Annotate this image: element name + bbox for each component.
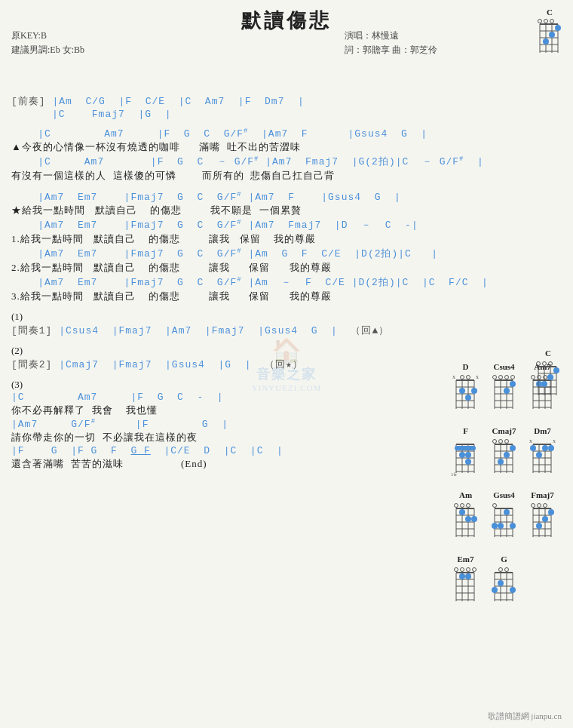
svg-point-175 (498, 580, 504, 586)
svg-point-11 (550, 20, 554, 23)
svg-point-29 (465, 395, 471, 401)
page-title: 默讀傷悲 (11, 8, 562, 34)
chord-am-diag: Am (449, 490, 483, 545)
chord-c-tr-grid (532, 359, 564, 398)
svg-point-28 (459, 388, 465, 394)
svg-point-14 (543, 38, 549, 45)
prelude-chords-2: |C Fmaj7 |G | (11, 109, 562, 120)
chord-fmaj7-grid (527, 501, 559, 542)
svg-point-172 (498, 568, 502, 572)
svg-point-117 (465, 516, 471, 522)
svg-point-9 (538, 20, 542, 23)
svg-text:x: x (476, 373, 479, 380)
suggest-info: 建議男調:Eb 女:Bb (11, 43, 84, 57)
v1-chords-2: |C Am7 |F G C － G/F# |Am7 Fmaj7 |G(2拍)|C… (11, 155, 562, 168)
svg-point-45 (504, 388, 510, 394)
chord-d-diag: D x x (449, 362, 483, 417)
chorus-lyrics-1: ★給我一點時間 默讀自己 的傷悲 我不願是 一個累贅 (11, 204, 562, 217)
svg-point-26 (460, 376, 464, 379)
svg-point-113 (454, 504, 458, 508)
chord-c-label: C (534, 8, 565, 17)
svg-point-12 (555, 25, 561, 31)
section-1: (1) [間奏1] |Csus4 |Fmaj7 |Am7 |Fmaj7 |Gsu… (11, 311, 562, 337)
svg-point-70 (459, 452, 465, 458)
v1-lyrics-1: ▲今夜的心情像一杯沒有燒透的咖啡 滿嘴 吐不出的苦澀味 (11, 140, 562, 154)
verse-block-1: |C Am7 |F G C G/F# |Am7 F |Gsus4 G | ▲今夜… (11, 127, 562, 183)
page: 默讀傷悲 原KEY:B 建議男調:Eb 女:Bb 演唱：林慢遠 詞：郭贍享 曲：… (0, 0, 573, 728)
svg-point-142 (531, 504, 535, 508)
chord-dm7-grid: x x (527, 437, 559, 478)
chord-csus4-grid (489, 373, 520, 414)
svg-point-129 (492, 523, 498, 529)
lyricist-label: 詞：郭贍享 曲：郭芝伶 (345, 43, 437, 57)
svg-point-101 (536, 452, 542, 458)
chord-row-2: F 1fr (449, 426, 565, 481)
svg-point-100 (530, 445, 536, 451)
section2-label-line: (2) (11, 345, 562, 357)
chord-c-grid (534, 18, 565, 56)
svg-point-88 (498, 459, 504, 465)
chorus-lyrics-3: 2.給我一點時間 默讀自己 的傷悲 讓我 保留 我的尊嚴 (11, 261, 562, 275)
chord-gsus4-grid (489, 501, 520, 542)
chord-em7-grid (450, 565, 482, 607)
svg-point-147 (536, 523, 542, 529)
chord-d-grid: x x (450, 373, 482, 414)
svg-point-189 (553, 367, 559, 373)
chord-g-diag: G (487, 554, 521, 610)
svg-point-158 (460, 568, 464, 572)
svg-point-157 (454, 568, 458, 572)
svg-point-162 (465, 573, 471, 579)
chorus-lyrics-2: 1.給我一點時間 默讀自己 的傷悲 讓我 保留 我的尊嚴 (11, 232, 562, 246)
chord-c-tr-label: C (532, 349, 564, 358)
chorus-block: |Am7 Em7 |Fmaj7 G C G/F# |Am7 F |Gsus4 G… (11, 190, 562, 303)
svg-point-160 (472, 568, 476, 572)
chord-f-grid: 1fr (450, 437, 482, 478)
svg-point-187 (543, 362, 547, 366)
svg-text:x: x (452, 373, 455, 380)
svg-point-13 (549, 32, 555, 38)
svg-text:1fr: 1fr (451, 472, 458, 478)
chord-g-grid (489, 565, 520, 607)
chorus-chords-4: |Am7 Em7 |Fmaj7 G C G/F# |Am － F C/E |D(… (11, 275, 562, 289)
svg-point-174 (492, 587, 498, 593)
chord-cmaj7-grid (489, 437, 520, 478)
svg-point-86 (510, 445, 516, 451)
chord-am-grid (450, 501, 482, 542)
svg-point-114 (460, 504, 464, 508)
chord-fmaj7-diag: Fmaj7 (526, 490, 559, 545)
chord-gsus4-diag: Gsus4 (487, 490, 521, 545)
svg-point-161 (459, 573, 465, 579)
chord-f-diag: F 1fr (449, 426, 483, 481)
svg-point-44 (510, 381, 516, 387)
svg-point-40 (492, 376, 496, 379)
header: 默讀傷悲 (11, 8, 562, 34)
chord-row-3: Am (449, 490, 565, 545)
key-info: 原KEY:B (11, 29, 84, 43)
svg-point-72 (465, 459, 471, 465)
svg-point-83 (492, 440, 496, 444)
singer-label: 演唱：林慢遠 (345, 29, 437, 43)
svg-point-188 (549, 362, 553, 366)
svg-rect-69 (455, 446, 476, 450)
chord-cmaj7-diag: Cmaj7 (487, 426, 521, 481)
prelude-section: [前奏] |Am C/G |F C/E |C Am7 |F Dm7 | |C F… (11, 94, 562, 120)
chord-em7-diag: Em7 (449, 554, 483, 610)
svg-point-85 (504, 440, 508, 444)
svg-point-128 (492, 504, 496, 508)
svg-point-42 (504, 376, 508, 379)
svg-point-144 (543, 504, 547, 508)
svg-point-143 (537, 504, 541, 508)
footer-credit: 歌譜簡譜網 jianpu.cn (488, 711, 562, 722)
chorus-chords-1: |Am7 Em7 |Fmaj7 G C G/F# |Am7 F |Gsus4 G… (11, 190, 562, 202)
meta-right: 演唱：林慢遠 詞：郭贍享 曲：郭芝伶 (345, 29, 437, 57)
svg-point-87 (504, 452, 510, 458)
svg-point-173 (504, 568, 508, 572)
svg-point-191 (541, 381, 547, 387)
svg-point-30 (471, 388, 477, 394)
meta-left: 原KEY:B 建議男調:Eb 女:Bb (11, 29, 84, 57)
svg-point-145 (548, 509, 554, 515)
prelude-chords-1: [前奏] |Am C/G |F C/E |C Am7 |F Dm7 | (11, 94, 562, 108)
chorus-lyrics-4: 3.給我一點時間 默讀自己 的傷悲 讓我 保留 我的尊嚴 (11, 290, 562, 303)
svg-point-10 (544, 20, 548, 23)
chord-csus4-diag: Csus4 (487, 362, 521, 417)
